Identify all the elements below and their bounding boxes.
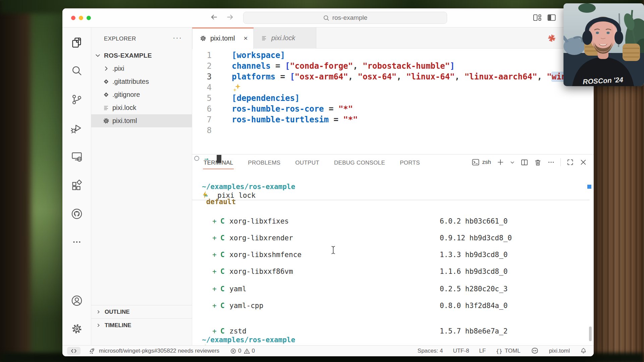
code-line-7: 7ros-humble-turtlesim = "*": [192, 114, 594, 125]
line-number: 4: [192, 82, 212, 93]
code-token: ]: [450, 61, 454, 71]
command-decoration-circle: [194, 156, 199, 161]
code-token: =: [275, 72, 290, 81]
pkg-version-hash: 1.1.6 hb9d3cd8_0: [440, 267, 507, 276]
code-token: ,: [455, 72, 465, 81]
customize-layout-icon[interactable]: [533, 13, 542, 22]
code-line-1: 1[workspace]: [192, 50, 594, 61]
code-line-3: 3platforms = ["osx-arm64", "osx-64", "li…: [192, 71, 594, 82]
activitybar-item-more[interactable]: [70, 236, 83, 248]
statusbar-item-lf[interactable]: LF: [479, 348, 486, 354]
forward-arrow-icon[interactable]: [226, 13, 234, 21]
vscode-window: ros-example EXPLORER ··· ROS-EXAMPLE.pix…: [62, 8, 594, 356]
pkg-kind: C: [220, 301, 225, 310]
statusbar-item-bell-icon[interactable]: [580, 347, 587, 355]
extensions-icon: [71, 179, 83, 191]
sidebar-section-outline[interactable]: OUTLINE: [91, 305, 192, 318]
toggle-panel-icon[interactable]: [547, 13, 556, 22]
rocket-icon: [89, 348, 96, 354]
status-message-text: microsoft/winget-pkgs#305822 needs revie…: [99, 348, 219, 354]
code-token: "*": [343, 115, 358, 124]
warning-count: 0: [252, 348, 255, 354]
search-input[interactable]: ros-example: [243, 12, 447, 24]
code-token: platforms: [232, 72, 275, 81]
pkg-version-hash: 6.0.2 hb03c661_0: [440, 217, 507, 226]
pkg-kind: C: [220, 250, 225, 259]
chevron-right-icon: [96, 322, 101, 328]
pkg-op: +: [212, 250, 217, 259]
statusbar-item-pixi-toml[interactable]: pixi.toml: [549, 348, 570, 354]
activitybar-item-source-control[interactable]: [70, 93, 83, 106]
tab-label: pixi.lock: [271, 34, 295, 42]
terminal-output[interactable]: ~/examples/ros-example default→pixi lock…: [192, 155, 594, 345]
statusbar-item-label: LF: [479, 348, 486, 354]
prompt-path: ~/examples/ros-example: [202, 336, 295, 344]
terminal-line: +Cxorg-libxxf86vm1.1.6 hb9d3cd8_0: [192, 267, 594, 276]
activitybar-item-extensions[interactable]: [70, 179, 83, 192]
activitybar-item-github[interactable]: [70, 207, 83, 220]
editor-tab-bar: pixi.toml×pixi.lock: [192, 27, 594, 49]
explorer-item-dot-pixi[interactable]: .pixi: [91, 62, 192, 75]
tab-pixi.toml[interactable]: pixi.toml×: [192, 27, 254, 49]
statusbar-item-utf-8[interactable]: UTF-8: [453, 348, 469, 354]
problems-status[interactable]: 0 0: [230, 348, 255, 354]
remote-indicator[interactable]: [67, 347, 80, 355]
line-content: [dependencies]: [232, 93, 300, 104]
activitybar-item-settings[interactable]: [70, 322, 83, 335]
terminal-line: +Cyaml-cpp0.8.0 h3f2d84a_0: [192, 301, 594, 310]
back-arrow-icon[interactable]: [210, 13, 218, 21]
status-message[interactable]: microsoft/winget-pkgs#305822 needs revie…: [89, 348, 219, 354]
search-value: ros-example: [332, 14, 368, 21]
command-text: pixi lock: [217, 191, 256, 200]
explorer-item-label: .pixi: [112, 65, 124, 72]
activitybar-item-run-debug[interactable]: [70, 122, 83, 134]
explorer-item-dot-gitignore[interactable]: .gitignore: [91, 88, 192, 101]
explorer-item-ROS-EXAMPLE[interactable]: ROS-EXAMPLE: [91, 49, 192, 62]
editor-code-area[interactable]: 1[workspace]2channels = ["conda-forge", …: [192, 49, 594, 154]
sidebar-section-timeline[interactable]: TIMELINE: [91, 318, 192, 332]
line-number: 5: [192, 93, 212, 104]
warning-icon: [244, 348, 250, 354]
explorer-item-dot-gitattributes[interactable]: .gitattributes: [91, 75, 192, 88]
statusbar-item-copilot-icon[interactable]: [531, 347, 539, 355]
red-asterisk-icon[interactable]: [548, 34, 556, 42]
title-bar[interactable]: ros-example: [62, 8, 594, 27]
chevron-right-icon: [96, 309, 101, 315]
activitybar-item-search[interactable]: [70, 65, 83, 77]
code-token: ros-humble-ros-core: [232, 104, 324, 114]
prompt-arrow: →: [204, 191, 208, 200]
braces-icon: {}: [496, 348, 502, 354]
zoom-window-button[interactable]: [87, 16, 91, 20]
explorer-item-label: pixi.toml: [112, 117, 137, 125]
bell-icon: [580, 347, 587, 355]
statusbar-item-spaces-4[interactable]: Spaces: 4: [418, 348, 443, 354]
code-token: "osx-64": [358, 72, 397, 81]
statusbar-item-label: TOML: [505, 348, 521, 354]
line-content: [workspace]: [232, 50, 285, 61]
statusbar-item-toml[interactable]: {}TOML: [496, 348, 520, 354]
activitybar-item-remote-explorer[interactable]: [70, 150, 83, 163]
sparkles-emoji: [232, 82, 242, 93]
minimize-window-button[interactable]: [79, 16, 83, 20]
close-window-button[interactable]: [71, 16, 75, 20]
outline-label: OUTLINE: [105, 309, 130, 315]
traffic-lights: [71, 16, 91, 20]
close-tab-icon[interactable]: ×: [244, 34, 248, 42]
chevron-right-icon: [102, 65, 110, 72]
code-token: "*": [338, 104, 353, 114]
tab-pixi.lock[interactable]: pixi.lock: [254, 27, 316, 49]
explorer-item-pixi.toml[interactable]: pixi.toml: [91, 114, 192, 127]
code-token: =: [271, 61, 285, 71]
terminal-line: +Cxorg-libxrender0.9.12 hb9d3cd8_0: [192, 234, 594, 242]
explorer-item-label: .gitattributes: [112, 78, 149, 85]
code-token: ,: [348, 72, 358, 81]
activitybar-item-explorer[interactable]: [70, 36, 83, 49]
code-line-6: 6ros-humble-ros-core = "*": [192, 104, 594, 114]
run-debug-icon: [71, 122, 83, 134]
explorer-more-icon[interactable]: ···: [173, 34, 182, 42]
explorer-item-pixi.lock[interactable]: pixi.lock: [91, 101, 192, 114]
code-token: ": [547, 72, 551, 81]
list-file-icon: [261, 35, 267, 41]
activitybar-item-account[interactable]: [70, 294, 83, 307]
pkg-name: yaml: [229, 285, 247, 293]
